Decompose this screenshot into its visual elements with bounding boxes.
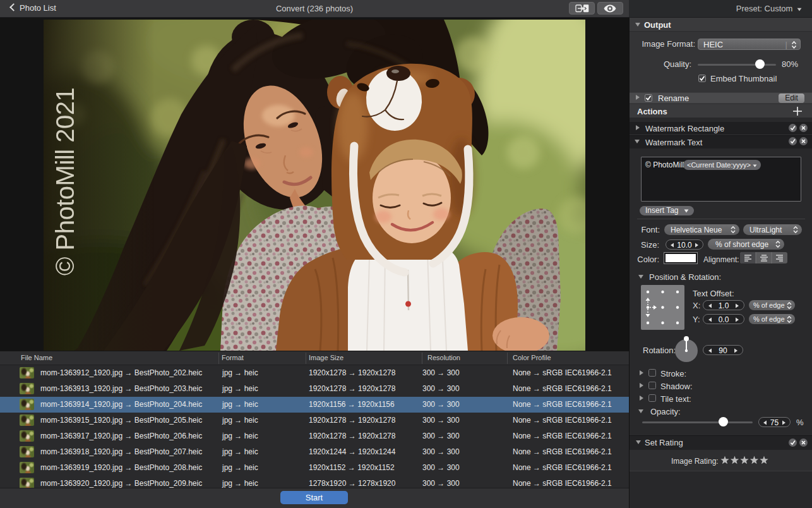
svg-text:© PhotoMill 2021: © PhotoMill 2021 <box>51 88 79 275</box>
